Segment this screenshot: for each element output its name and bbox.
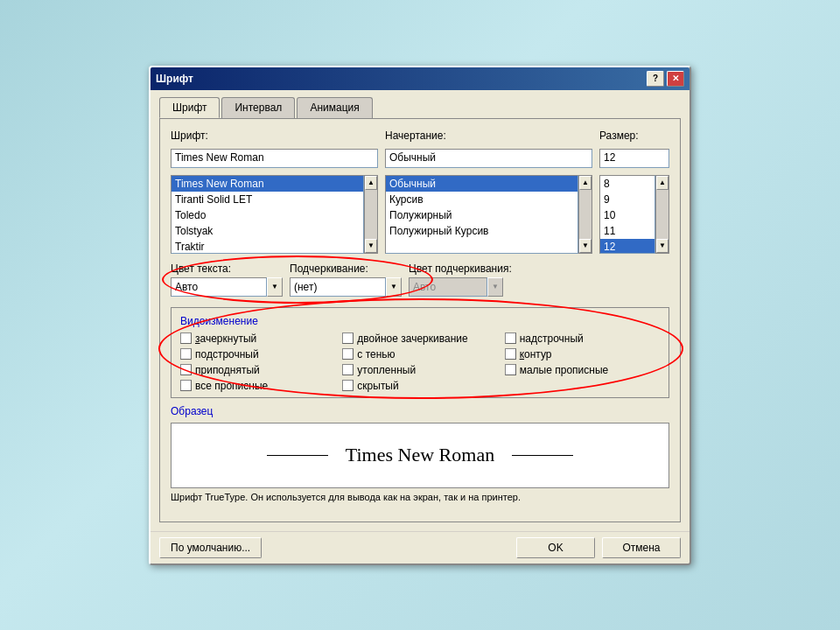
size-input-col: 12 bbox=[599, 149, 669, 168]
size-listbox-container: 8 9 10 11 12 ▲ ▼ bbox=[599, 175, 669, 254]
underline-label: Подчеркивание: bbox=[290, 262, 402, 275]
style-list-item-2[interactable]: Полужирный bbox=[386, 207, 578, 223]
font-listbox[interactable]: Times New Roman Tiranti Solid LET Toledo… bbox=[171, 175, 364, 254]
help-button[interactable]: ? bbox=[647, 71, 664, 87]
cb-double-strike-label: двойное зачеркивание bbox=[357, 332, 467, 345]
preview-info: Шрифт TrueType. Он используется для выво… bbox=[171, 492, 669, 502]
cb-outline: контур bbox=[505, 348, 660, 360]
dialog-body: Шрифт Интервал Анимация Шрифт: Начертани… bbox=[150, 90, 690, 531]
font-list-item-2[interactable]: Toledo bbox=[172, 207, 363, 223]
underline-color-group: Цвет подчеркивания: Авто ▼ bbox=[409, 262, 512, 297]
style-list-item-0[interactable]: Обычный bbox=[386, 176, 578, 192]
font-list-item-1[interactable]: Tiranti Solid LET bbox=[172, 192, 363, 207]
cb-superscript: надстрочный bbox=[505, 332, 660, 345]
cb-sunken: утопленный bbox=[342, 364, 497, 376]
font-list-item-3[interactable]: Tolstyak bbox=[172, 223, 363, 239]
size-list-item-1[interactable]: 9 bbox=[600, 192, 654, 207]
underline-dropdown[interactable]: (нет) bbox=[290, 277, 386, 297]
cb-subscript-box[interactable] bbox=[180, 348, 192, 360]
font-input-col: Times New Roman bbox=[171, 149, 378, 168]
tabs: Шрифт Интервал Анимация bbox=[159, 97, 681, 118]
cb-hidden-label: скрытый bbox=[357, 380, 398, 392]
cb-superscript-box[interactable] bbox=[505, 332, 516, 344]
color-row: Цвет текста: Авто ▼ Подчеркивание: (нет)… bbox=[171, 262, 669, 297]
cb-all-caps-box[interactable] bbox=[180, 380, 192, 391]
cb-shadow-box[interactable] bbox=[342, 348, 354, 360]
cb-sunken-box[interactable] bbox=[342, 364, 354, 375]
cb-strikethrough-label: зачеркнутый bbox=[195, 332, 256, 345]
cb-shadow: с тенью bbox=[342, 348, 497, 360]
ok-button[interactable]: OK bbox=[516, 537, 595, 558]
size-list-item-4[interactable]: 12 bbox=[600, 239, 654, 254]
font-scrollbar: ▲ ▼ bbox=[364, 175, 378, 254]
cb-subscript-label: подстрочный bbox=[195, 348, 259, 360]
font-col-size: Размер: bbox=[599, 130, 669, 142]
text-color-dropdown[interactable]: Авто bbox=[171, 277, 267, 297]
preview-underline-right bbox=[512, 455, 573, 456]
cb-sunken-label: утопленный bbox=[357, 364, 416, 376]
style-listbox[interactable]: Обычный Курсив Полужирный Полужирный Кур… bbox=[385, 175, 578, 254]
cb-raised-box[interactable] bbox=[180, 364, 192, 375]
tab-animation[interactable]: Анимация bbox=[297, 97, 372, 118]
preview-underline-left bbox=[267, 455, 328, 456]
size-input[interactable]: 12 bbox=[599, 149, 669, 168]
underline-color-label: Цвет подчеркивания: bbox=[409, 262, 512, 275]
size-list-item-3[interactable]: 11 bbox=[600, 223, 654, 239]
style-scroll-track[interactable] bbox=[579, 190, 592, 239]
cb-raised: приподнятый bbox=[180, 364, 335, 376]
cb-hidden: скрытый bbox=[342, 380, 497, 392]
style-scrollbar: ▲ ▼ bbox=[578, 175, 592, 254]
font-input[interactable]: Times New Roman bbox=[171, 149, 378, 168]
cb-raised-label: приподнятый bbox=[195, 364, 260, 376]
checkboxes-grid: зачеркнутый двойное зачеркивание надстро… bbox=[180, 332, 660, 392]
font-list-item-0[interactable]: Times New Roman bbox=[172, 176, 363, 192]
cb-small-caps-box[interactable] bbox=[505, 364, 516, 375]
size-scroll-up[interactable]: ▲ bbox=[656, 176, 668, 190]
preview-box: Times New Roman bbox=[171, 423, 669, 488]
size-scroll-track[interactable] bbox=[656, 190, 668, 239]
font-scroll-track[interactable] bbox=[365, 190, 377, 239]
font-inputs-row: Times New Roman Обычный 12 bbox=[171, 149, 669, 168]
style-input[interactable]: Обычный bbox=[385, 149, 592, 168]
style-scroll-up[interactable]: ▲ bbox=[579, 176, 592, 190]
tab-interval[interactable]: Интервал bbox=[221, 97, 295, 118]
cancel-button[interactable]: Отмена bbox=[602, 537, 681, 558]
size-listbox[interactable]: 8 9 10 11 12 bbox=[599, 175, 655, 254]
text-color-arrow[interactable]: ▼ bbox=[267, 277, 283, 297]
close-button[interactable]: ✕ bbox=[667, 71, 684, 87]
font-list-item-4[interactable]: Traktir bbox=[172, 239, 363, 254]
preview-text: Times New Roman bbox=[346, 444, 494, 466]
underline-arrow[interactable]: ▼ bbox=[386, 277, 402, 297]
cb-strikethrough: зачеркнутый bbox=[180, 332, 335, 345]
cb-all-caps: все прописные bbox=[180, 380, 335, 392]
style-list-item-3[interactable]: Полужирный Курсив bbox=[386, 223, 578, 239]
default-button[interactable]: По умолчанию... bbox=[159, 537, 262, 558]
tab-font[interactable]: Шрифт bbox=[159, 97, 220, 118]
size-list-item-2[interactable]: 10 bbox=[600, 207, 654, 223]
cb-double-strike-box[interactable] bbox=[342, 332, 354, 344]
tab-content: Шрифт: Начертание: Размер: Times New Rom… bbox=[159, 118, 681, 522]
cb-hidden-box[interactable] bbox=[342, 380, 354, 391]
cb-outline-label: контур bbox=[520, 348, 552, 360]
font-listbox-container: Times New Roman Tiranti Solid LET Toledo… bbox=[171, 175, 378, 254]
cb-double-strike: двойное зачеркивание bbox=[342, 332, 497, 345]
font-col-style: Начертание: bbox=[385, 130, 592, 142]
style-scroll-down[interactable]: ▼ bbox=[579, 239, 592, 253]
underline-group: Подчеркивание: (нет) ▼ bbox=[290, 262, 402, 297]
titlebar: Шрифт ? ✕ bbox=[150, 67, 690, 90]
text-color-dropdown-container: Авто ▼ bbox=[171, 277, 283, 297]
underline-dropdown-container: (нет) ▼ bbox=[290, 277, 402, 297]
text-color-label: Цвет текста: bbox=[171, 262, 283, 275]
size-list-item-0[interactable]: 8 bbox=[600, 176, 654, 192]
color-row-wrapper: Цвет текста: Авто ▼ Подчеркивание: (нет)… bbox=[171, 262, 669, 297]
size-scroll-down[interactable]: ▼ bbox=[656, 239, 668, 253]
style-list-item-1[interactable]: Курсив bbox=[386, 192, 578, 207]
font-lists-row: Times New Roman Tiranti Solid LET Toledo… bbox=[171, 175, 669, 254]
cb-strikethrough-box[interactable] bbox=[180, 332, 192, 344]
underline-color-arrow[interactable]: ▼ bbox=[487, 277, 503, 297]
cb-all-caps-label: все прописные bbox=[195, 380, 268, 392]
cb-outline-box[interactable] bbox=[505, 348, 516, 360]
font-scroll-up[interactable]: ▲ bbox=[365, 176, 377, 190]
font-scroll-down[interactable]: ▼ bbox=[365, 239, 377, 253]
underline-color-dropdown[interactable]: Авто bbox=[409, 277, 487, 297]
